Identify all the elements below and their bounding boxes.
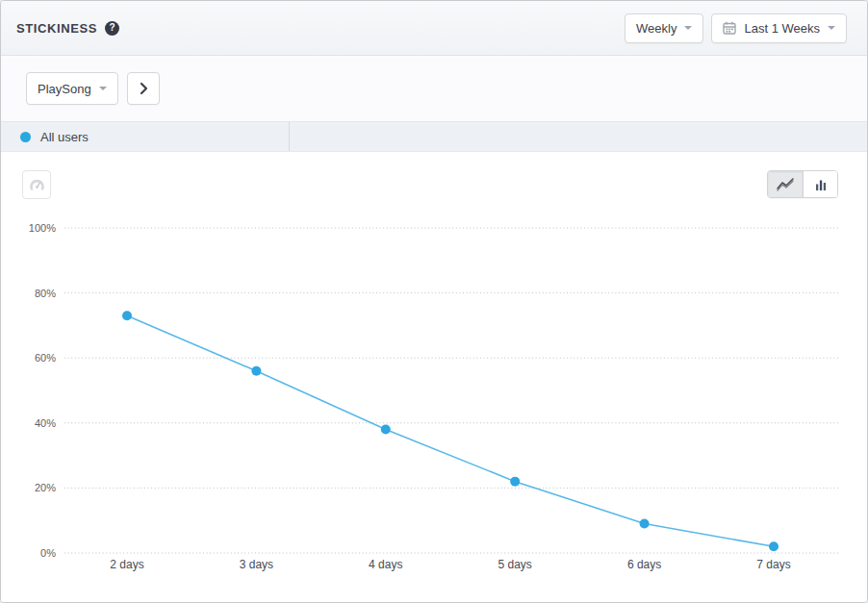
y-axis-tick-label: 40% bbox=[35, 417, 56, 429]
bar-chart-toggle-button[interactable] bbox=[803, 171, 837, 197]
caret-down-icon bbox=[828, 26, 835, 30]
caret-down-icon bbox=[99, 87, 107, 90]
header-title-group: STICKINESS ? bbox=[16, 21, 119, 36]
data-point[interactable] bbox=[640, 519, 650, 529]
chart-area: 0%20%40%60%80%100%2 days3 days4 days5 da… bbox=[1, 152, 867, 602]
x-axis-tick-label: 5 days bbox=[498, 558, 532, 571]
y-axis-tick-label: 60% bbox=[35, 352, 56, 364]
add-step-button[interactable] bbox=[127, 72, 160, 105]
x-axis-tick-label: 3 days bbox=[240, 558, 273, 571]
granularity-label: Weekly bbox=[636, 21, 677, 36]
x-axis-tick-label: 2 days bbox=[110, 558, 143, 571]
page-title: STICKINESS bbox=[16, 21, 97, 36]
x-axis-tick-label: 7 days bbox=[756, 558, 790, 571]
y-axis-tick-label: 100% bbox=[29, 222, 56, 234]
line-chart-icon bbox=[776, 177, 795, 192]
line-chart-toggle-button[interactable] bbox=[768, 171, 803, 197]
date-range-dropdown[interactable]: Last 1 Weeks bbox=[711, 13, 847, 43]
caret-down-icon bbox=[684, 26, 692, 30]
series-color-dot bbox=[20, 132, 31, 142]
header-controls: Weekly Last 1 Weeks bbox=[625, 13, 847, 43]
y-axis-tick-label: 0% bbox=[40, 547, 56, 559]
legend-item-all-users[interactable]: All users bbox=[1, 122, 290, 151]
bar-chart-icon bbox=[813, 178, 829, 191]
event-label: PlaySong bbox=[38, 82, 91, 96]
legend-item-label: All users bbox=[40, 130, 89, 144]
date-range-label: Last 1 Weeks bbox=[744, 21, 820, 36]
chart-options-button[interactable] bbox=[22, 170, 51, 199]
chart-type-toggle bbox=[767, 170, 838, 198]
widget-header: STICKINESS ? Weekly L bbox=[1, 1, 867, 56]
gauge-icon bbox=[29, 177, 45, 193]
stickiness-line-chart: 0%20%40%60%80%100%2 days3 days4 days5 da… bbox=[1, 152, 867, 602]
series-line bbox=[127, 315, 774, 546]
data-point[interactable] bbox=[510, 477, 520, 487]
stickiness-widget: STICKINESS ? Weekly L bbox=[0, 0, 868, 603]
data-point[interactable] bbox=[769, 541, 779, 551]
data-point[interactable] bbox=[251, 366, 261, 376]
legend-row-spacer bbox=[290, 122, 867, 151]
granularity-dropdown[interactable]: Weekly bbox=[625, 13, 703, 43]
y-axis-tick-label: 80% bbox=[35, 288, 56, 299]
chevron-right-icon bbox=[136, 81, 151, 96]
calendar-icon bbox=[723, 21, 736, 35]
data-point[interactable] bbox=[122, 311, 132, 320]
data-point[interactable] bbox=[381, 425, 391, 435]
x-axis-tick-label: 6 days bbox=[627, 558, 661, 571]
x-axis-tick-label: 4 days bbox=[369, 558, 402, 571]
event-selector-row: PlaySong bbox=[1, 56, 867, 122]
legend-row: All users bbox=[1, 122, 867, 152]
y-axis-tick-label: 20% bbox=[35, 482, 56, 493]
event-dropdown[interactable]: PlaySong bbox=[26, 72, 118, 105]
help-icon[interactable]: ? bbox=[105, 21, 119, 36]
